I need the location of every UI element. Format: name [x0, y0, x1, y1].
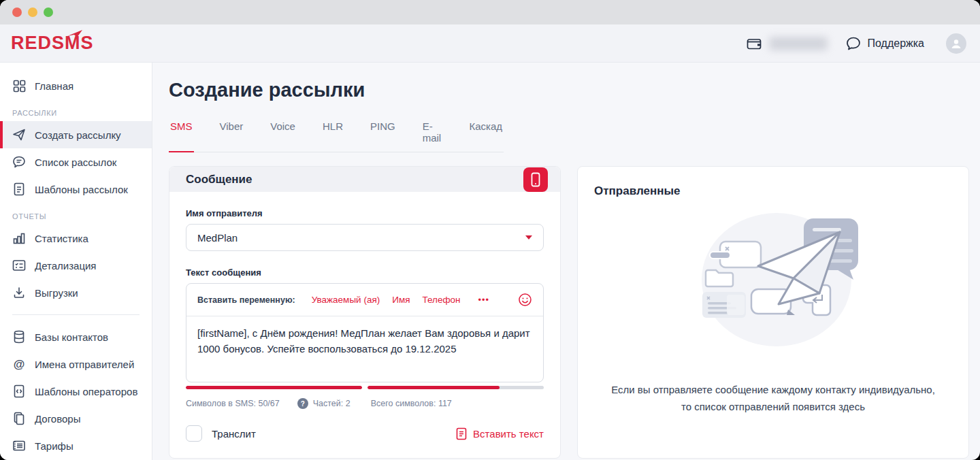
message-editor: Вставить переменную: Уважаемый (ая) Имя …	[186, 283, 544, 382]
checklist-icon	[12, 259, 26, 272]
contract-icon	[12, 412, 26, 425]
database-icon	[12, 330, 26, 344]
at-sign-icon: @	[12, 357, 26, 371]
sidebar-section-mailings: РАССЫЛКИ	[0, 99, 152, 121]
variable-dear[interactable]: Уважаемый (ая)	[312, 295, 380, 305]
sidebar-item-label: Имена отправителей	[35, 359, 134, 370]
tab-viber[interactable]: Viber	[218, 116, 245, 152]
sidebar-item-details[interactable]: Детализация	[0, 252, 152, 279]
sender-name-select[interactable]: MedPlan	[186, 224, 544, 251]
more-variables-button[interactable]: •••	[478, 295, 490, 305]
window-titlebar	[0, 0, 980, 24]
channel-tabs: SMS Viber Voice HLR PING E-mail Каскад	[169, 116, 504, 152]
window-zoom-button[interactable]	[44, 7, 53, 17]
user-icon	[950, 37, 962, 50]
tab-hlr[interactable]: HLR	[321, 116, 344, 152]
support-button[interactable]: Поддержка	[845, 35, 924, 52]
sidebar-item-label: Шаблоны операторов	[35, 386, 137, 397]
sender-name-label: Имя отправителя	[186, 208, 544, 218]
tab-email[interactable]: E-mail	[421, 116, 444, 152]
sidebar-item-contact-bases[interactable]: Базы контактов	[0, 323, 152, 350]
chars-in-sms-counter: Символов в SMS: 50/67	[186, 399, 280, 408]
smiley-icon	[518, 293, 532, 307]
help-icon[interactable]: ?	[297, 398, 308, 409]
sent-card: Отправленные	[577, 166, 969, 459]
sent-empty-text: Если вы отправляете сообщение каждому ко…	[610, 382, 936, 416]
insert-text-button[interactable]: Вставить текст	[456, 427, 544, 440]
tab-sms[interactable]: SMS	[169, 116, 194, 152]
download-icon	[12, 286, 26, 299]
support-label: Поддержка	[868, 37, 924, 50]
sidebar-item-tariffs[interactable]: Тарифы	[0, 432, 152, 459]
sidebar-section-reports: ОТЧЕТЫ	[0, 203, 152, 225]
variable-phone[interactable]: Телефон	[423, 295, 461, 305]
sms-length-progress	[186, 386, 544, 389]
sidebar-item-label: Список рассылок	[35, 157, 116, 168]
sidebar-item-sender-names[interactable]: @ Имена отправителей	[0, 350, 152, 378]
emoji-button[interactable]	[518, 293, 532, 307]
document-icon	[12, 182, 26, 196]
redsms-logo[interactable]: REDSMS	[11, 34, 94, 52]
sidebar-item-exports[interactable]: Выгрузки	[0, 279, 152, 306]
message-text-input[interactable]: [firstName], с Днём рождения! МедПлан же…	[186, 316, 543, 382]
balance-amount-redacted	[769, 37, 828, 50]
sidebar-item-statistics[interactable]: Статистика	[0, 225, 152, 252]
message-card: Сообщение Имя отправителя MedPlan Текст …	[169, 166, 561, 459]
empty-state-illustration	[594, 206, 952, 350]
tab-cascade[interactable]: Каскад	[468, 116, 504, 152]
chat-bubble-icon	[845, 35, 862, 52]
app-window: REDSMS Поддержка	[0, 0, 980, 460]
message-text-label: Текст сообщения	[186, 267, 544, 278]
variable-name[interactable]: Имя	[392, 295, 410, 305]
insert-variable-label: Вставить переменную:	[197, 295, 295, 305]
tariff-icon	[12, 439, 26, 453]
sidebar-item-home[interactable]: Главная	[0, 72, 152, 99]
sidebar-divider	[12, 314, 140, 315]
sender-name-value: MedPlan	[197, 232, 238, 244]
variables-toolbar: Вставить переменную: Уважаемый (ая) Имя …	[186, 284, 543, 316]
message-list-icon	[12, 155, 26, 169]
tab-voice[interactable]: Voice	[269, 116, 297, 152]
phone-icon	[531, 172, 540, 187]
sidebar-item-label: Тарифы	[35, 440, 74, 452]
sidebar-item-label: Статистика	[35, 233, 88, 244]
translit-checkbox[interactable]	[186, 425, 202, 442]
bar-chart-icon	[12, 231, 26, 245]
sidebar-item-label: Базы контактов	[35, 331, 108, 343]
window-minimize-button[interactable]	[28, 7, 37, 17]
main-content: Создание рассылки SMS Viber Voice HLR PI…	[152, 63, 980, 460]
total-chars-counter: Всего символов: 117	[371, 399, 452, 408]
window-close-button[interactable]	[12, 7, 22, 17]
paper-plane-icon	[12, 128, 26, 142]
sms-progress-segment-2-fill	[368, 386, 500, 389]
code-document-icon	[12, 384, 26, 398]
sidebar-item-label: Договоры	[35, 413, 80, 425]
app-header: REDSMS Поддержка	[0, 24, 980, 63]
sidebar-item-label: Создать рассылку	[35, 129, 121, 141]
insert-text-icon	[456, 427, 467, 440]
sidebar-item-label: Детализация	[35, 260, 97, 272]
page-title: Создание рассылки	[169, 79, 969, 101]
grid-icon	[12, 79, 26, 93]
message-card-title: Сообщение	[186, 173, 252, 186]
sidebar-item-contracts[interactable]: Договоры	[0, 405, 152, 432]
phone-preview-button[interactable]	[523, 167, 548, 192]
sidebar-item-label: Шаблоны рассылок	[35, 184, 128, 195]
tab-ping[interactable]: PING	[369, 116, 397, 152]
sms-progress-segment-2	[368, 386, 544, 389]
character-counters: Символов в SMS: 50/67 ? Частей: 2 Всего …	[186, 398, 544, 409]
user-avatar[interactable]	[946, 33, 966, 54]
balance-widget[interactable]	[746, 36, 828, 51]
insert-text-label: Вставить текст	[473, 428, 544, 440]
wallet-icon	[746, 36, 762, 51]
sidebar-item-create-campaign[interactable]: Создать рассылку	[0, 121, 152, 148]
sms-progress-segment-1	[186, 386, 362, 389]
parts-counter: Частей: 2	[313, 399, 350, 408]
sent-card-title: Отправленные	[594, 184, 952, 198]
sidebar-item-campaign-list[interactable]: Список рассылок	[0, 148, 152, 176]
sidebar-item-operator-templates[interactable]: Шаблоны операторов	[0, 378, 152, 405]
sms-progress-segment-1-fill	[186, 386, 362, 389]
translit-label: Транслит	[212, 428, 256, 440]
sidebar-item-label: Главная	[35, 80, 74, 92]
sidebar-item-campaign-templates[interactable]: Шаблоны рассылок	[0, 176, 152, 203]
